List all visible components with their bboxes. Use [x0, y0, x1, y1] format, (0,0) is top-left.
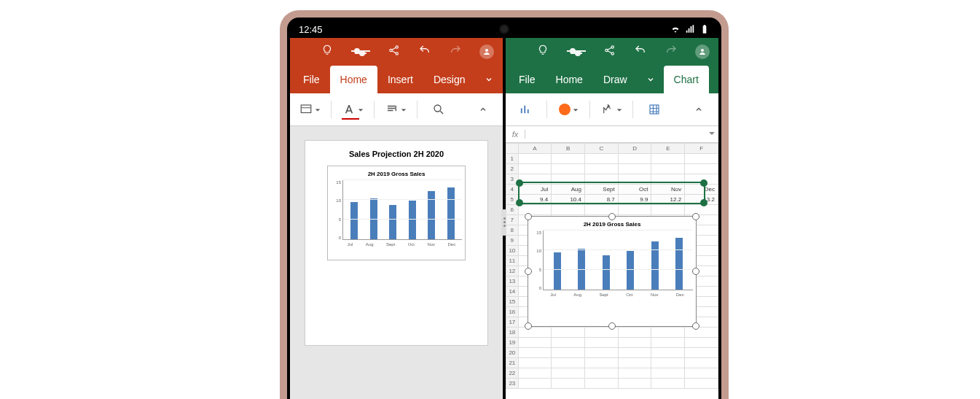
cell[interactable] [618, 154, 651, 164]
cell[interactable] [618, 164, 651, 174]
row-header[interactable]: 16 [506, 307, 519, 317]
cell[interactable] [651, 164, 685, 174]
collapse-ribbon-icon[interactable] [468, 98, 498, 121]
cell[interactable] [651, 348, 685, 358]
account-avatar[interactable] [479, 44, 494, 59]
cell[interactable] [685, 154, 718, 164]
cell[interactable] [518, 379, 552, 389]
share-icon[interactable] [388, 44, 401, 60]
col-header[interactable]: B [552, 144, 585, 154]
cell[interactable] [584, 368, 618, 379]
cell[interactable] [552, 328, 585, 338]
cell[interactable] [651, 154, 685, 164]
search-button[interactable] [423, 98, 454, 121]
col-header[interactable]: A [518, 144, 552, 154]
cell[interactable] [518, 368, 552, 379]
select-all-cell[interactable] [506, 144, 519, 154]
row-header[interactable]: 11 [506, 256, 519, 266]
chart-type-button[interactable] [510, 98, 541, 121]
cell[interactable] [518, 205, 552, 215]
tab-home[interactable]: Home [546, 66, 593, 93]
row-header[interactable]: 1 [506, 154, 519, 164]
undo-icon[interactable] [418, 44, 431, 60]
row-header[interactable]: 12 [506, 266, 519, 276]
present-icon[interactable] [351, 50, 370, 54]
tab-home[interactable]: Home [330, 66, 377, 93]
row-header[interactable]: 2 [506, 164, 519, 174]
cell[interactable] [552, 164, 585, 174]
cell[interactable] [552, 205, 585, 215]
cell[interactable] [618, 328, 651, 338]
embedded-chart-object[interactable]: 2H 2019 Gross Sales 151050 JulAugSeptOct… [528, 216, 697, 327]
cell[interactable] [584, 338, 618, 348]
tab-draw[interactable]: Draw [593, 66, 638, 93]
undo-icon[interactable] [634, 44, 647, 60]
cell[interactable] [685, 358, 718, 368]
col-header[interactable]: E [651, 144, 685, 154]
fx-label[interactable]: fx [506, 130, 525, 139]
slide[interactable]: Sales Projection 2H 2020 2H 2019 Gross S… [305, 141, 487, 345]
paragraph-button[interactable] [380, 98, 411, 121]
cell[interactable] [651, 205, 685, 215]
tab-file[interactable]: File [293, 66, 330, 93]
row-header[interactable]: 7 [506, 215, 519, 225]
row-header[interactable]: 20 [506, 348, 519, 358]
cell[interactable] [552, 338, 585, 348]
collapse-ribbon-icon[interactable] [683, 98, 714, 121]
spreadsheet-grid[interactable]: ABCDEF1234JulAugSeptOctNovDec59.410.48.7… [506, 143, 718, 399]
col-header[interactable]: D [618, 144, 651, 154]
cell[interactable] [618, 348, 651, 358]
cell[interactable] [518, 338, 552, 348]
range-selection[interactable] [518, 182, 705, 204]
cell[interactable] [651, 328, 685, 338]
cell[interactable] [651, 358, 685, 368]
formula-expand-icon[interactable] [705, 130, 718, 139]
embedded-chart[interactable]: 2H 2019 Gross Sales 151050 JulAugSeptOct… [327, 166, 466, 260]
chart-layout-button[interactable] [596, 98, 627, 121]
tabs-more-icon[interactable] [476, 66, 502, 93]
col-header[interactable]: F [685, 144, 718, 154]
cell[interactable] [685, 328, 718, 338]
redo-icon[interactable] [665, 44, 678, 60]
cell[interactable] [584, 164, 618, 174]
row-header[interactable]: 10 [506, 246, 519, 256]
switch-rowcol-button[interactable] [639, 98, 670, 121]
cell[interactable] [618, 358, 651, 368]
cell[interactable] [685, 348, 718, 358]
cell[interactable] [651, 338, 685, 348]
account-avatar[interactable] [695, 44, 710, 59]
cell[interactable] [518, 154, 552, 164]
tabs-more-icon[interactable] [638, 66, 664, 93]
col-header[interactable]: C [584, 144, 618, 154]
ideas-icon[interactable] [321, 44, 334, 60]
row-header[interactable]: 19 [506, 338, 519, 348]
cell[interactable] [618, 368, 651, 379]
row-header[interactable]: 22 [506, 368, 519, 379]
cell[interactable] [552, 348, 585, 358]
row-header[interactable]: 13 [506, 276, 519, 287]
cell[interactable] [584, 358, 618, 368]
redo-icon[interactable] [449, 44, 462, 60]
cell[interactable] [552, 368, 585, 379]
row-header[interactable]: 23 [506, 379, 519, 389]
row-header[interactable]: 9 [506, 236, 519, 246]
formula-input[interactable] [525, 126, 705, 142]
row-header[interactable]: 21 [506, 358, 519, 368]
cell[interactable] [584, 348, 618, 358]
row-header[interactable]: 8 [506, 225, 519, 236]
cell[interactable] [651, 368, 685, 379]
cell[interactable] [552, 358, 585, 368]
cell[interactable] [552, 154, 585, 164]
ideas-icon[interactable] [536, 44, 549, 60]
tab-insert[interactable]: Insert [377, 66, 423, 93]
layout-button[interactable] [294, 98, 325, 121]
row-header[interactable]: 18 [506, 328, 519, 338]
slide-canvas[interactable]: Sales Projection 2H 2020 2H 2019 Gross S… [290, 126, 503, 399]
cell[interactable] [518, 358, 552, 368]
display-icon[interactable] [567, 50, 586, 54]
cell[interactable] [685, 205, 718, 215]
cell[interactable] [618, 338, 651, 348]
share-icon[interactable] [603, 44, 616, 60]
cell[interactable] [518, 164, 552, 174]
cell[interactable] [618, 379, 651, 389]
